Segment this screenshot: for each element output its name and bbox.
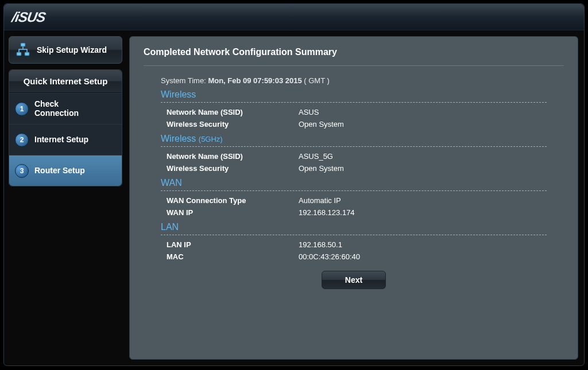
system-time-label: System Time: — [161, 76, 206, 85]
sidebar: Skip Setup Wizard Quick Internet Setup 1… — [9, 36, 122, 360]
row-val: ASUS — [299, 108, 319, 116]
page-title: Completed Network Configuration Summary — [144, 47, 564, 66]
row-key: WAN Connection Type — [167, 196, 299, 205]
row-mac: MAC 00:0C:43:26:60:40 — [161, 251, 547, 263]
row-val: Open System — [299, 120, 344, 128]
row-val: 192.168.123.174 — [299, 208, 355, 217]
system-time-tz: ( GMT ) — [304, 76, 330, 85]
row-wireless-security: Wireless Security Open System — [161, 118, 547, 130]
row-key: LAN IP — [167, 240, 299, 249]
network-icon — [15, 42, 31, 58]
svg-rect-2 — [25, 52, 29, 56]
row-wireless5-ssid: Network Name (SSID) ASUS_5G — [161, 150, 547, 162]
section-title-sub: (5GHz) — [199, 135, 223, 143]
separator — [161, 235, 547, 235]
sidebar-title: Quick Internet Setup — [9, 70, 122, 93]
step-internet-setup[interactable]: 2 Internet Setup — [9, 124, 122, 155]
row-val: Open System — [299, 164, 344, 173]
step-label: Check Connection — [34, 100, 79, 118]
step-check-connection[interactable]: 1 Check Connection — [9, 93, 122, 124]
brand-logo: /iSUS — [11, 9, 47, 25]
row-key: Wireless Security — [167, 120, 299, 128]
separator — [161, 102, 547, 103]
next-button[interactable]: Next — [322, 271, 386, 289]
step-label: Internet Setup — [34, 135, 88, 144]
row-wan-ip: WAN IP 192.168.123.174 — [161, 207, 547, 219]
section-title-wan: WAN — [161, 178, 547, 188]
skip-setup-wizard-button[interactable]: Skip Setup Wizard — [9, 36, 122, 64]
system-time: System Time: Mon, Feb 09 07:59:03 2015 (… — [161, 76, 547, 85]
separator — [161, 146, 547, 147]
row-key: WAN IP — [167, 208, 299, 217]
skip-button-label: Skip Setup Wizard — [37, 45, 107, 54]
row-key: Wireless Security — [167, 164, 299, 173]
row-val: ASUS_5G — [299, 152, 333, 161]
row-wireless-ssid: Network Name (SSID) ASUS — [161, 106, 547, 118]
svg-rect-0 — [21, 43, 25, 46]
row-lan-ip: LAN IP 192.168.50.1 — [161, 239, 547, 251]
row-val: 192.168.50.1 — [299, 240, 342, 249]
step-router-setup[interactable]: 3 Router Setup — [9, 155, 122, 186]
row-key: Network Name (SSID) — [167, 108, 299, 116]
main-panel: Completed Network Configuration Summary … — [129, 36, 578, 360]
section-title-text: Wireless — [161, 134, 196, 143]
section-title-wireless-5ghz: Wireless (5GHz) — [161, 134, 547, 144]
row-val: Automatic IP — [299, 196, 341, 205]
svg-rect-1 — [17, 52, 21, 56]
row-key: MAC — [167, 252, 299, 261]
row-key: Network Name (SSID) — [167, 152, 299, 161]
row-wireless5-security: Wireless Security Open System — [161, 162, 547, 174]
system-time-value: Mon, Feb 09 07:59:03 2015 — [208, 76, 301, 85]
section-title-wireless: Wireless — [161, 89, 547, 100]
row-val: 00:0C:43:26:60:40 — [299, 252, 360, 261]
step-label: Router Setup — [34, 166, 85, 175]
separator — [161, 190, 547, 191]
top-bar: /iSUS — [4, 4, 584, 30]
step-number-icon: 2 — [15, 133, 29, 147]
step-number-icon: 1 — [15, 102, 29, 116]
row-wan-connection-type: WAN Connection Type Automatic IP — [161, 194, 547, 207]
step-number-icon: 3 — [15, 164, 29, 178]
section-title-lan: LAN — [161, 222, 547, 232]
app-window: /iSUS Skip Setup Wizard Quick Internet S… — [3, 3, 585, 366]
quick-internet-setup-panel: Quick Internet Setup 1 Check Connection … — [9, 69, 122, 186]
